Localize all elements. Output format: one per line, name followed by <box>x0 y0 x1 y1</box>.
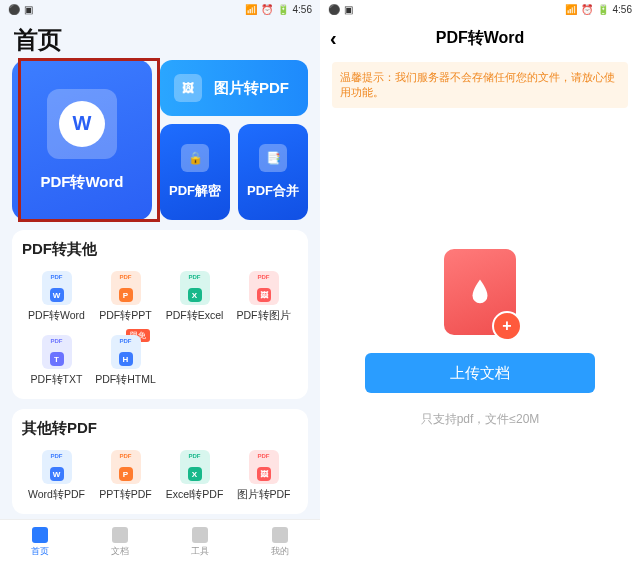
excel-icon: X <box>180 450 210 484</box>
item-pdf-to-txt[interactable]: TPDF转TXT <box>22 329 91 393</box>
item-label: Word转PDF <box>28 488 85 502</box>
nav-docs[interactable]: 文档 <box>80 520 160 565</box>
card-sm-label: PDF解密 <box>169 182 221 200</box>
home-icon <box>32 527 48 543</box>
item-label: Excel转PDF <box>166 488 224 502</box>
card-sm-label: PDF合并 <box>247 182 299 200</box>
user-icon <box>272 527 288 543</box>
app-icon: ▣ <box>24 4 33 15</box>
wechat-icon: ⚫ <box>328 4 340 15</box>
item-word-to-pdf[interactable]: WWord转PDF <box>22 444 91 508</box>
word-icon: W <box>42 450 72 484</box>
lock-icon: 🔒 <box>181 144 209 172</box>
card-pdf-to-word[interactable]: W PDF转Word <box>12 60 152 220</box>
item-label: PDF转Excel <box>166 309 224 323</box>
nav-label: 首页 <box>31 545 49 558</box>
alarm-icon: ⏰ <box>581 4 593 15</box>
item-pdf-to-excel[interactable]: XPDF转Excel <box>160 265 229 329</box>
item-ppt-to-pdf[interactable]: PPPT转PDF <box>91 444 160 508</box>
nav-label: 文档 <box>111 545 129 558</box>
merge-icon: 📑 <box>259 144 287 172</box>
back-button[interactable]: ‹ <box>330 27 337 50</box>
item-excel-to-pdf[interactable]: XExcel转PDF <box>160 444 229 508</box>
battery-icon: 🔋 <box>597 4 609 15</box>
nav-label: 工具 <box>191 545 209 558</box>
tool-icon <box>192 527 208 543</box>
item-image-to-pdf[interactable]: 🖼图片转PDF <box>229 444 298 508</box>
page-title: 首页 <box>12 18 308 60</box>
item-label: PDF转TXT <box>31 373 83 387</box>
page-title: PDF转Word <box>436 28 525 49</box>
item-label: PDF转图片 <box>237 309 291 323</box>
section-title: PDF转其他 <box>22 240 298 259</box>
excel-icon: X <box>180 271 210 305</box>
clock: 4:56 <box>293 4 312 15</box>
clock: 4:56 <box>613 4 632 15</box>
nav-tools[interactable]: 工具 <box>160 520 240 565</box>
warm-tip: 温馨提示：我们服务器不会存储任何您的文件，请放心使用功能。 <box>332 62 628 108</box>
card-wide-label: 图片转PDF <box>214 79 289 98</box>
ppt-icon: P <box>111 450 141 484</box>
card-pdf-merge[interactable]: 📑 PDF合并 <box>238 124 308 220</box>
section-pdf-to-other: PDF转其他 WPDF转Word PPDF转PPT XPDF转Excel 🖼PD… <box>12 230 308 399</box>
item-pdf-to-image[interactable]: 🖼PDF转图片 <box>229 265 298 329</box>
section-title: 其他转PDF <box>22 419 298 438</box>
image-pdf-icon: 🖼 <box>174 74 202 102</box>
item-label: PDF转PPT <box>99 309 151 323</box>
statusbar: ⚫▣ 📶⏰🔋4:56 <box>320 0 640 18</box>
image-icon: 🖼 <box>249 271 279 305</box>
adobe-icon <box>465 277 495 307</box>
card-pdf-decrypt[interactable]: 🔒 PDF解密 <box>160 124 230 220</box>
html-icon: H <box>111 335 141 369</box>
nav-label: 我的 <box>271 545 289 558</box>
card-image-to-pdf[interactable]: 🖼 图片转PDF <box>160 60 308 116</box>
upload-hint: 只支持pdf，文件≤20M <box>421 411 540 428</box>
item-pdf-to-word[interactable]: WPDF转Word <box>22 265 91 329</box>
card-big-label: PDF转Word <box>40 173 123 192</box>
folder-icon <box>112 527 128 543</box>
item-pdf-to-ppt[interactable]: PPDF转PPT <box>91 265 160 329</box>
txt-icon: T <box>42 335 72 369</box>
statusbar: ⚫▣ 📶⏰🔋4:56 <box>0 0 320 18</box>
nav-me[interactable]: 我的 <box>240 520 320 565</box>
item-pdf-to-html[interactable]: 限免HPDF转HTML <box>91 329 160 393</box>
image-icon: 🖼 <box>249 450 279 484</box>
bottom-nav: 首页 文档 工具 我的 <box>0 519 320 565</box>
battery-icon: 🔋 <box>277 4 289 15</box>
page-header: ‹ PDF转Word <box>320 18 640 58</box>
word-file-icon: W <box>47 89 117 159</box>
item-label: PPT转PDF <box>99 488 151 502</box>
wifi-icon: 📶 <box>565 4 577 15</box>
ppt-icon: P <box>111 271 141 305</box>
app-icon: ▣ <box>344 4 353 15</box>
wifi-icon: 📶 <box>245 4 257 15</box>
nav-home[interactable]: 首页 <box>0 520 80 565</box>
item-label: PDF转HTML <box>95 373 156 387</box>
wechat-icon: ⚫ <box>8 4 20 15</box>
item-label: PDF转Word <box>28 309 85 323</box>
alarm-icon: ⏰ <box>261 4 273 15</box>
item-label: 图片转PDF <box>237 488 291 502</box>
pdf-upload-icon[interactable] <box>444 249 516 335</box>
word-icon: W <box>42 271 72 305</box>
section-other-to-pdf: 其他转PDF WWord转PDF PPPT转PDF XExcel转PDF 🖼图片… <box>12 409 308 514</box>
upload-button[interactable]: 上传文档 <box>365 353 595 393</box>
